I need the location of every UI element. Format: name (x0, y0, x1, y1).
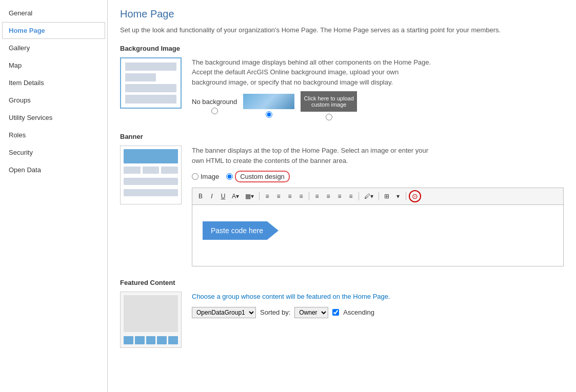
featured-tile-2 (135, 336, 145, 344)
upload-bg-option: Click here to upload custom image (301, 91, 357, 120)
more-button[interactable]: ▾ (393, 191, 403, 201)
default-bg-radio[interactable] (266, 111, 272, 118)
banner-section: Banner The banner displays at the (120, 133, 564, 266)
align-left-button[interactable]: ≡ (262, 191, 272, 201)
align-right-button[interactable]: ≡ (285, 191, 295, 201)
thumb-row-4 (125, 95, 176, 103)
no-background-option: No background (192, 98, 237, 114)
featured-thumb-bottom (124, 336, 178, 344)
banner-preview-thumb (120, 146, 182, 204)
thumb-row-3 (125, 84, 176, 92)
toolbar-sep-4 (379, 192, 379, 200)
link-button[interactable]: 🖊▾ (362, 191, 376, 201)
banner-desc: The banner displays at the top of the Ho… (192, 146, 433, 166)
rich-editor-area[interactable]: Paste code here (192, 205, 564, 266)
toolbar-sep-2 (309, 192, 309, 200)
outdent-button[interactable]: ≡ (346, 191, 356, 201)
main-content: Home Page Set up the look and functional… (108, 0, 576, 392)
sidebar-item-item-details[interactable]: Item Details (2, 74, 105, 91)
italic-button[interactable]: I (207, 191, 217, 201)
background-color-button[interactable]: ▦▾ (243, 191, 256, 201)
underline-button[interactable]: U (218, 191, 228, 201)
banner-row-group-3 (124, 189, 178, 196)
banner-rect-5 (124, 189, 178, 196)
custom-design-radio[interactable] (226, 173, 233, 180)
banner-rect-3 (161, 167, 178, 174)
list-button[interactable]: ≡ (312, 191, 322, 201)
intro-text: Set up the look and functionality of you… (120, 25, 564, 35)
bg-preview-thumb (120, 57, 182, 109)
media-button[interactable]: ⊞ (382, 191, 392, 201)
banner-section-content: The banner displays at the top of the Ho… (120, 146, 564, 266)
html-source-button[interactable]: ⊙ (409, 190, 421, 202)
sidebar-item-utility-services[interactable]: Utility Services (2, 109, 105, 126)
toolbar-sep-3 (359, 192, 359, 200)
featured-tile-1 (124, 336, 133, 344)
bg-section-content: The background image displays behind all… (120, 57, 564, 121)
banner-radio-group: Image Custom design (192, 171, 564, 182)
sidebar-item-security[interactable]: Security (2, 144, 105, 161)
paste-arrow-container: Paste code here (192, 205, 563, 256)
bg-description: The background image displays behind all… (192, 57, 433, 88)
banner-title: Banner (120, 133, 564, 140)
align-center-button[interactable]: ≡ (273, 191, 284, 201)
ascending-checkbox[interactable] (332, 309, 339, 316)
featured-tile-3 (146, 336, 156, 344)
custom-design-radio-label[interactable]: Custom design (226, 171, 290, 182)
no-background-label: No background (192, 98, 237, 106)
paste-code-label: Paste code here (203, 221, 279, 240)
custom-design-label: Custom design (235, 171, 290, 182)
bg-options-row: No background Click here to upload custo… (192, 91, 433, 120)
featured-controls: OpenDataGroup1 Group2 Group3 Sorted by: … (192, 307, 390, 318)
no-background-radio[interactable] (211, 108, 218, 114)
rich-text-toolbar: B I U A▾ ▦▾ ≡ ≡ ≡ ≡ ≡ ≡ ≡ ≡ 🖊▾ (192, 188, 564, 205)
upload-custom-image-button[interactable]: Click here to upload custom image (301, 91, 357, 112)
banner-rect-2 (143, 167, 160, 174)
featured-content-title: Featured Content (120, 279, 564, 286)
paste-arrow-svg (339, 218, 369, 243)
featured-section-content: Choose a group whose content will be fea… (120, 292, 564, 348)
sidebar-item-groups[interactable]: Groups (2, 92, 105, 109)
background-image-title: Background Image (120, 45, 564, 52)
background-image-section: Background Image The background image di… (120, 45, 564, 121)
featured-controls-container: Choose a group whose content will be fea… (192, 292, 390, 318)
toolbar-sep-1 (259, 192, 260, 200)
sidebar-item-general[interactable]: General (2, 5, 105, 22)
banner-row-group-1 (124, 167, 178, 174)
featured-tile-5 (168, 336, 178, 344)
thumb-row-1 (125, 63, 176, 71)
sidebar-item-map[interactable]: Map (2, 57, 105, 74)
banner-top-bar (124, 149, 178, 163)
sidebar-item-home-page[interactable]: Home Page (2, 22, 105, 39)
sidebar-item-gallery[interactable]: Gallery (2, 39, 105, 56)
bold-button[interactable]: B (195, 191, 206, 201)
banner-rect-4 (124, 178, 178, 185)
featured-thumb (120, 292, 182, 348)
upload-bg-radio[interactable] (326, 114, 332, 120)
justify-button[interactable]: ≡ (296, 191, 306, 201)
default-bg-option (243, 94, 294, 118)
sort-select[interactable]: Owner Title Date (294, 307, 328, 318)
sidebar-item-open-data[interactable]: Open Data (2, 161, 105, 178)
ordered-list-button[interactable]: ≡ (323, 191, 333, 201)
toolbar-sep-5 (406, 192, 406, 200)
featured-tile-4 (157, 336, 167, 344)
banner-row-group-2 (124, 178, 178, 185)
bg-options: The background image displays behind all… (192, 57, 433, 121)
default-bg-image (243, 94, 294, 109)
image-radio-label[interactable]: Image (192, 173, 219, 180)
svg-marker-0 (339, 218, 369, 243)
image-radio[interactable] (192, 173, 198, 180)
indent-button[interactable]: ≡ (334, 191, 345, 201)
featured-thumb-top (124, 295, 178, 332)
group-select[interactable]: OpenDataGroup1 Group2 Group3 (192, 307, 256, 318)
featured-desc: Choose a group whose content will be fea… (192, 292, 390, 302)
sorted-by-label: Sorted by: (260, 308, 290, 316)
banner-controls: The banner displays at the top of the Ho… (192, 146, 564, 266)
sidebar-item-roles[interactable]: Roles (2, 127, 105, 143)
page-title: Home Page (120, 8, 564, 20)
paste-arrow: Paste code here (203, 221, 279, 240)
ascending-label: Ascending (343, 308, 374, 316)
font-color-button[interactable]: A▾ (229, 191, 242, 201)
banner-rect-1 (124, 167, 141, 174)
